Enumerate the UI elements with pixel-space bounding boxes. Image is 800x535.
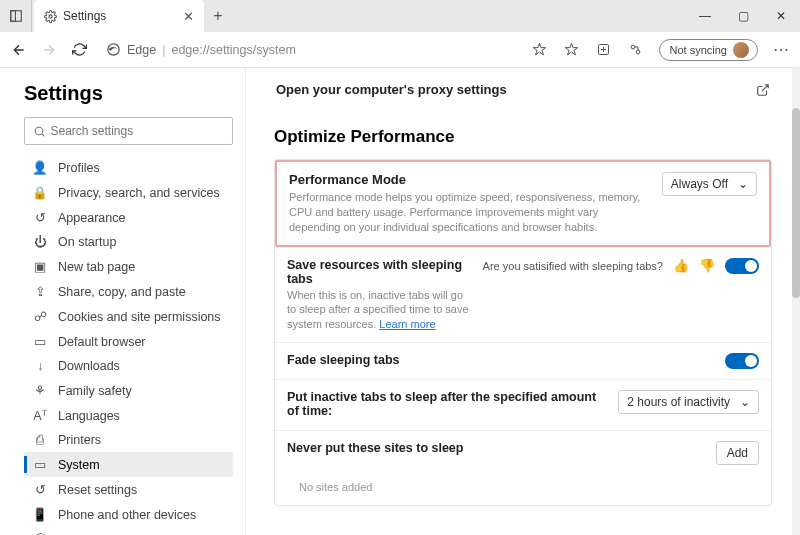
inactive-timeout-value: 2 hours of inactivity [627,395,730,409]
collections-icon[interactable] [595,42,613,57]
proxy-row[interactable]: Open your computer's proxy settings [274,78,772,101]
fade-tabs-title: Fade sleeping tabs [287,353,715,367]
sidebar-item-profiles[interactable]: 👤Profiles [24,155,233,180]
maximize-button[interactable]: ▢ [724,0,762,32]
window-controls: — ▢ ✕ [686,0,800,32]
sidebar-item-about-microsoft-edge[interactable]: ⓔAbout Microsoft Edge [24,527,233,535]
thumbs-down-icon[interactable]: 👎 [699,258,715,273]
sidebar-item-printers[interactable]: ⎙Printers [24,428,233,452]
favorites-icon[interactable] [563,42,581,57]
extensions-icon[interactable] [627,42,645,57]
address-url: edge://settings/system [171,43,295,57]
nav-label: New tab page [58,260,135,274]
browser-tab[interactable]: Settings ✕ [34,0,204,32]
inactive-timeout-row: Put inactive tabs to sleep after the spe… [275,379,771,430]
sleeping-tabs-toggle[interactable] [725,258,759,274]
no-sites-text: No sites added [287,475,759,495]
never-sleep-row: Never put these sites to sleep Add No si… [275,430,771,505]
read-aloud-icon[interactable] [531,42,549,57]
nav-icon: ↺ [32,482,48,497]
close-tab-icon[interactable]: ✕ [183,9,194,24]
sidebar-item-privacy-search-and-services[interactable]: 🔒Privacy, search, and services [24,180,233,205]
search-icon [33,125,46,138]
sidebar-item-reset-settings[interactable]: ↺Reset settings [24,477,233,502]
external-link-icon[interactable] [756,83,770,97]
performance-mode-desc: Performance mode helps you optimize spee… [289,190,650,235]
performance-mode-dropdown[interactable]: Always Off ⌄ [662,172,757,196]
refresh-button[interactable] [70,42,88,57]
search-input[interactable] [50,124,224,138]
address-app: Edge [127,43,156,57]
new-tab-button[interactable]: + [204,7,232,25]
sidebar-item-downloads[interactable]: ↓Downloads [24,354,233,378]
nav-icon: ⚘ [32,383,48,398]
back-button[interactable] [10,42,28,58]
nav-label: Cookies and site permissions [58,310,221,324]
svg-point-6 [636,50,640,54]
sidebar-item-phone-and-other-devices[interactable]: 📱Phone and other devices [24,502,233,527]
inactive-timeout-dropdown[interactable]: 2 hours of inactivity ⌄ [618,390,759,414]
toolbar: Edge | edge://settings/system Not syncin… [0,32,800,68]
nav-icon: ☍ [32,309,48,324]
nav-icon: ▣ [32,259,48,274]
nav-list: 👤Profiles🔒Privacy, search, and services↺… [24,155,233,535]
nav-label: Reset settings [58,483,137,497]
nav-icon: ↺ [32,210,48,225]
forward-button [40,42,58,58]
performance-mode-title: Performance Mode [289,172,650,187]
more-menu-icon[interactable]: ⋯ [772,40,790,59]
search-box[interactable] [24,117,233,145]
gear-icon [44,10,57,23]
nav-icon: Aᵀ [32,408,48,423]
chevron-down-icon: ⌄ [740,395,750,409]
nav-label: Profiles [58,161,100,175]
avatar-icon [733,42,749,58]
sidebar-item-share-copy-and-paste[interactable]: ⇪Share, copy, and paste [24,279,233,304]
svg-point-7 [35,127,43,135]
settings-heading: Settings [24,82,233,105]
sidebar-item-cookies-and-site-permissions[interactable]: ☍Cookies and site permissions [24,304,233,329]
inactive-timeout-title: Put inactive tabs to sleep after the spe… [287,390,608,418]
nav-label: Phone and other devices [58,508,196,522]
nav-label: Share, copy, and paste [58,285,186,299]
nav-icon: 👤 [32,160,48,175]
tab-strip-icon[interactable] [0,0,32,32]
nav-label: Family safety [58,384,132,398]
nav-label: Appearance [58,211,125,225]
nav-icon: 🔒 [32,185,48,200]
chevron-down-icon: ⌄ [738,177,748,191]
learn-more-link[interactable]: Learn more [379,318,435,330]
sleeping-tabs-row: Save resources with sleeping tabs When t… [275,247,771,343]
sidebar-item-appearance[interactable]: ↺Appearance [24,205,233,230]
address-separator: | [162,43,165,57]
sidebar-item-new-tab-page[interactable]: ▣New tab page [24,254,233,279]
svg-point-5 [631,45,635,49]
tab-title: Settings [63,9,183,23]
minimize-button[interactable]: — [686,0,724,32]
sleeping-tabs-title: Save resources with sleeping tabs [287,258,473,286]
sidebar-item-family-safety[interactable]: ⚘Family safety [24,378,233,403]
close-window-button[interactable]: ✕ [762,0,800,32]
scrollbar-thumb[interactable] [792,108,800,298]
optimize-heading: Optimize Performance [274,127,772,147]
feedback-question: Are you satisified with sleeping tabs? [483,260,663,272]
performance-mode-row: Performance Mode Performance mode helps … [275,160,771,247]
fade-tabs-row: Fade sleeping tabs [275,342,771,379]
sync-status[interactable]: Not syncing [659,39,758,61]
nav-icon: ↓ [32,359,48,373]
performance-mode-value: Always Off [671,177,728,191]
sidebar-item-languages[interactable]: AᵀLanguages [24,403,233,428]
sidebar-item-system[interactable]: ▭System [24,452,233,477]
content: Settings 👤Profiles🔒Privacy, search, and … [0,68,800,535]
sidebar-item-default-browser[interactable]: ▭Default browser [24,329,233,354]
address-bar[interactable]: Edge | edge://settings/system [100,42,519,57]
fade-tabs-toggle[interactable] [725,353,759,369]
never-sleep-title: Never put these sites to sleep [287,441,706,455]
svg-point-2 [49,14,52,17]
sync-label: Not syncing [670,44,727,56]
thumbs-up-icon[interactable]: 👍 [673,258,689,273]
nav-label: Downloads [58,359,120,373]
sidebar: Settings 👤Profiles🔒Privacy, search, and … [0,68,246,535]
add-site-button[interactable]: Add [716,441,759,465]
sidebar-item-on-startup[interactable]: ⏻On startup [24,230,233,254]
